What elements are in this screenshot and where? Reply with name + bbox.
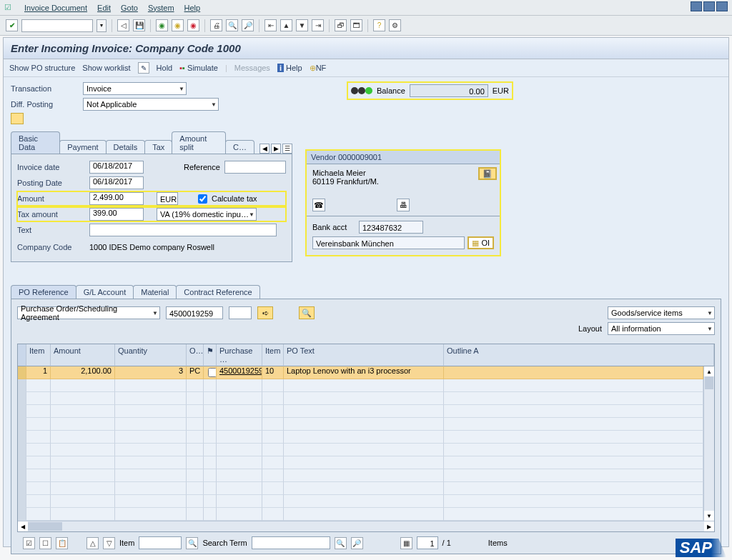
tab-gl-account[interactable]: G/L Account bbox=[76, 285, 134, 299]
diff-posting-dropdown[interactable]: Not Applicable▼ bbox=[83, 98, 219, 111]
tab-basic-data[interactable]: Basic Data bbox=[11, 131, 60, 154]
layout-icon[interactable]: 🗔 bbox=[350, 19, 362, 31]
col-amount[interactable]: Amount bbox=[51, 344, 115, 366]
tab-payment[interactable]: Payment bbox=[59, 140, 106, 154]
col-flag[interactable]: ⚑ bbox=[204, 344, 217, 366]
table-row[interactable] bbox=[18, 431, 703, 444]
copy-icon[interactable]: 📋 bbox=[56, 537, 68, 549]
tab-scroll-right[interactable]: ▶ bbox=[271, 144, 281, 154]
tab-tax[interactable]: Tax bbox=[144, 140, 172, 154]
folder-icon[interactable] bbox=[11, 113, 24, 124]
minimize-button[interactable] bbox=[691, 1, 702, 11]
invoice-date-field[interactable]: 06/18/2017 bbox=[89, 161, 144, 174]
table-row[interactable] bbox=[18, 379, 703, 392]
print-icon[interactable]: 🖨 bbox=[210, 19, 222, 31]
posting-date-field[interactable]: 06/18/2017 bbox=[89, 176, 144, 189]
search-term-field[interactable] bbox=[252, 536, 330, 549]
menu-help[interactable]: Help bbox=[184, 4, 201, 12]
transaction-dropdown[interactable]: Invoice▼ bbox=[83, 82, 187, 95]
tab-list-icon[interactable]: ☰ bbox=[282, 144, 292, 154]
tab-details[interactable]: Details bbox=[106, 140, 146, 154]
col-poitem[interactable]: Item bbox=[262, 344, 284, 366]
tab-scroll-left[interactable]: ◀ bbox=[259, 144, 269, 154]
customize-icon[interactable]: ⚙ bbox=[389, 19, 401, 31]
address-book-icon[interactable]: 📓 bbox=[478, 167, 497, 180]
po-item-field[interactable] bbox=[229, 306, 252, 319]
amount-currency-field[interactable]: EUR bbox=[157, 192, 178, 205]
table-row[interactable] bbox=[18, 495, 703, 508]
close-button[interactable] bbox=[716, 1, 728, 11]
col-purchase[interactable]: Purchase … bbox=[217, 344, 262, 366]
col-item[interactable]: Item bbox=[26, 344, 51, 366]
last-page-icon[interactable]: ⇥ bbox=[312, 19, 324, 31]
tab-contract-reference[interactable]: Contract Reference bbox=[176, 285, 259, 299]
reference-type-dropdown[interactable]: Purchase Order/Scheduling Agreement▼ bbox=[17, 306, 160, 319]
find-icon[interactable]: 🔍 bbox=[226, 19, 238, 31]
help-icon[interactable]: ? bbox=[373, 19, 385, 31]
menu-goto[interactable]: Goto bbox=[121, 4, 138, 12]
table-row[interactable] bbox=[18, 405, 703, 418]
col-uom[interactable]: O… bbox=[187, 344, 204, 366]
menu-system[interactable]: System bbox=[148, 4, 174, 12]
command-field-dropdown[interactable]: ▾ bbox=[97, 19, 107, 32]
table-row[interactable] bbox=[18, 456, 703, 469]
create-icon[interactable]: ✎ bbox=[138, 62, 149, 74]
po-number-field[interactable]: 4500019259 bbox=[166, 306, 223, 319]
find-next-icon[interactable]: 🔎 bbox=[351, 537, 363, 549]
show-po-structure[interactable]: Show PO structure bbox=[9, 64, 75, 72]
find-next-icon[interactable]: 🔎 bbox=[242, 19, 254, 31]
page-icon[interactable]: ▦ bbox=[400, 537, 412, 549]
next-page-icon[interactable]: ▼ bbox=[296, 19, 308, 31]
find-icon[interactable]: 🔍 bbox=[335, 537, 347, 549]
menu-invoice-document[interactable]: Invoice Document bbox=[24, 4, 87, 12]
cancel-icon[interactable]: ◉ bbox=[187, 19, 199, 31]
tab-po-reference[interactable]: PO Reference bbox=[11, 285, 76, 299]
tab-material[interactable]: Material bbox=[133, 285, 177, 299]
sort-desc-icon[interactable]: ▽ bbox=[103, 537, 115, 549]
back-button[interactable]: ◁ bbox=[117, 19, 129, 31]
col-quantity[interactable]: Quantity bbox=[115, 344, 187, 366]
grid-horizontal-scrollbar[interactable]: ◀ ▶ bbox=[18, 521, 714, 531]
save-button[interactable]: 💾 bbox=[133, 19, 145, 31]
phone-icon[interactable]: ☎ bbox=[312, 199, 325, 211]
enter-button[interactable]: ✔ bbox=[6, 19, 18, 31]
show-worklist[interactable]: Show worklist bbox=[82, 64, 130, 72]
table-row[interactable] bbox=[18, 482, 703, 495]
exit-icon[interactable]: ◉ bbox=[172, 19, 184, 31]
row-flag-checkbox[interactable] bbox=[208, 368, 217, 377]
calculate-tax-checkbox[interactable] bbox=[198, 194, 207, 204]
grid-vertical-scrollbar[interactable]: ▲ ▼ bbox=[703, 366, 714, 521]
new-session-icon[interactable]: 🗗 bbox=[335, 19, 347, 31]
tab-overflow[interactable]: C… bbox=[225, 140, 254, 154]
col-outline[interactable]: Outline A bbox=[444, 344, 714, 366]
search-po-button[interactable]: 🔍 bbox=[299, 306, 315, 319]
maximize-button[interactable] bbox=[703, 1, 715, 11]
col-potext[interactable]: PO Text bbox=[284, 344, 444, 366]
help-button[interactable]: i Help bbox=[277, 64, 302, 72]
back-icon[interactable]: ◉ bbox=[156, 19, 168, 31]
menu-edit[interactable]: Edit bbox=[97, 4, 111, 12]
amount-field[interactable]: 2,499.00 bbox=[89, 192, 144, 205]
sort-asc-icon[interactable]: △ bbox=[86, 537, 99, 549]
search-icon[interactable]: 🔍 bbox=[186, 537, 198, 549]
oi-button[interactable]: ▦OI bbox=[468, 236, 494, 249]
hold-button[interactable]: Hold bbox=[157, 64, 173, 72]
table-row[interactable] bbox=[18, 418, 703, 431]
display-icon[interactable]: 🖶 bbox=[397, 199, 410, 211]
table-row[interactable] bbox=[18, 469, 703, 482]
item-field[interactable] bbox=[139, 536, 182, 549]
tax-code-dropdown[interactable]: VA (19% domestic inpu…▼ bbox=[157, 208, 257, 221]
nf-button[interactable]: ⊕NF bbox=[310, 64, 327, 73]
select-all-icon[interactable]: ☑ bbox=[23, 537, 35, 549]
goods-service-dropdown[interactable]: Goods/service items▼ bbox=[608, 306, 715, 319]
simulate-button[interactable]: ▪▪ Simulate bbox=[179, 64, 218, 72]
layout-dropdown[interactable]: All information▼ bbox=[608, 322, 715, 335]
reference-field[interactable] bbox=[224, 161, 286, 174]
table-row[interactable] bbox=[18, 392, 703, 405]
prev-page-icon[interactable]: ▲ bbox=[280, 19, 292, 31]
text-field[interactable] bbox=[89, 224, 277, 236]
deselect-all-icon[interactable]: ☐ bbox=[39, 537, 51, 549]
page-number-field[interactable]: 1 bbox=[417, 536, 438, 549]
tab-amount-split[interactable]: Amount split bbox=[172, 131, 226, 154]
first-page-icon[interactable]: ⇤ bbox=[264, 19, 277, 31]
